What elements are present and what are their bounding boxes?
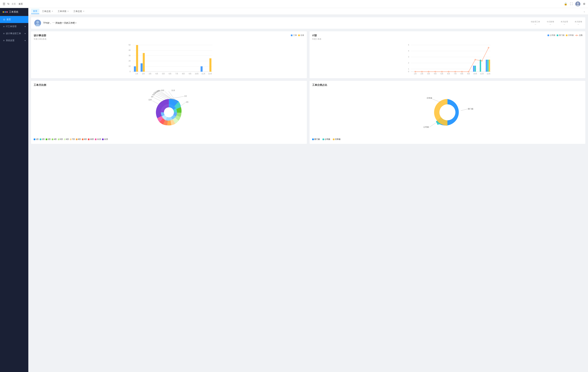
svg-point-72	[441, 71, 442, 72]
svg-text:2月: 2月	[186, 101, 189, 103]
stat-today-value: --	[547, 23, 554, 25]
svg-text:10月: 10月	[195, 73, 199, 75]
svg-text:50: 50	[128, 44, 130, 46]
svg-point-70	[428, 71, 429, 72]
tab-home[interactable]: 首页	[31, 9, 39, 14]
it-chart-header-left: IT部 年度工单表	[312, 34, 321, 42]
design-legend-work: 工单	[291, 34, 297, 36]
svg-text:0: 0	[408, 71, 409, 73]
svg-rect-30	[134, 66, 136, 72]
svg-point-37	[576, 35, 577, 36]
tab-close-2[interactable]: ✕	[67, 10, 69, 12]
svg-line-107	[432, 99, 441, 102]
svg-rect-35	[210, 58, 211, 72]
it-legend-dept-dot	[557, 34, 558, 36]
svg-point-4	[36, 21, 39, 23]
tab-work-order-overview-1[interactable]: 工单总览 ✕	[40, 9, 55, 14]
svg-text:3月: 3月	[149, 73, 151, 75]
stat-month-new-label: 本月新增	[575, 21, 582, 23]
svg-text:11月: 11月	[201, 73, 205, 75]
svg-rect-31	[136, 45, 138, 72]
svg-point-69	[421, 71, 422, 72]
design-legend-aug: 8月	[76, 138, 81, 140]
svg-rect-63	[475, 66, 476, 72]
svg-rect-66	[487, 60, 489, 72]
svg-text:10月: 10月	[473, 73, 477, 75]
svg-text:0: 0	[129, 71, 130, 73]
svg-point-74	[455, 71, 456, 72]
it-legend-dept-text: 部门级	[314, 138, 320, 140]
svg-text:5月: 5月	[162, 73, 165, 75]
svg-rect-33	[143, 53, 145, 72]
svg-text:7月: 7月	[175, 73, 178, 75]
design-chart-header-left: 设计事业部 年度工单任务表	[34, 34, 46, 42]
design-legend-task-dot	[298, 34, 300, 36]
it-legend-company-dot	[323, 138, 324, 140]
design-donut-legend: 1月 2月 3月 4月 5月 6月 7月 8月 9月 10月 11月 12月	[34, 137, 304, 141]
breadcrumb-home[interactable]: 主页	[11, 2, 16, 6]
welcome-avatar	[34, 20, 41, 26]
it-legend-company-text: 公司级	[325, 138, 330, 140]
refresh-icon[interactable]: ↻	[7, 2, 10, 6]
sidebar-item-design-work[interactable]: ≡ 设计事业部工单 ▾	[0, 30, 28, 37]
svg-text:10月: 10月	[161, 89, 164, 91]
svg-text:部门级: 部门级	[468, 108, 473, 110]
svg-text:9月: 9月	[467, 73, 470, 75]
design-legend-mar: 3月	[46, 138, 51, 140]
svg-text:2: 2	[408, 62, 409, 64]
sidebar-item-home-label: 首页	[7, 18, 26, 21]
svg-rect-64	[480, 60, 481, 72]
tab-bar: 首页 工单总览 ✕ 工单详情 ✕ 工单总览 ✕ ⌄	[28, 8, 588, 15]
dashboard: 下午好， *** 开始您一天的工作吧！ 待处理工单 -- 今日新增 -- 本月处…	[28, 15, 588, 372]
svg-line-109	[461, 109, 468, 111]
stat-month-new-value: --	[575, 23, 582, 25]
app-title: 工单系统	[9, 11, 18, 13]
breadcrumb-sep: /	[17, 3, 18, 5]
stat-today: 今日新增 --	[547, 21, 554, 25]
design-donut-chart-card: 工单月比例	[31, 81, 307, 144]
design-legend-jun: 6月	[64, 138, 69, 140]
greeting: 下午好，	[43, 22, 52, 24]
logo-dot-yellow	[3, 11, 4, 13]
it-legend-dept: 部门级	[557, 34, 565, 36]
main-layout: 工单系统 ⊙ 首页 ≡ IT工单管理 ▾ ≡ 设计事业部工单 ▾ ≡ 系统设置 …	[0, 8, 588, 372]
tab-dropdown-icon[interactable]: ⌄	[583, 10, 585, 13]
svg-text:3月: 3月	[151, 96, 154, 98]
svg-text:8月: 8月	[461, 73, 463, 75]
svg-point-71	[435, 71, 436, 72]
svg-point-81	[164, 107, 174, 117]
design-chart-legend: 工单 任务	[291, 34, 304, 36]
sidebar-item-home[interactable]: ⊙ 首页	[0, 16, 28, 23]
sidebar-item-it-work[interactable]: ≡ IT工单管理 ▾	[0, 23, 28, 30]
svg-text:6月: 6月	[169, 73, 171, 75]
stat-month-handled-value: --	[561, 23, 568, 25]
tab-work-order-overview-2[interactable]: 工单总览 ✕	[71, 9, 86, 14]
svg-point-75	[462, 71, 462, 72]
list-icon-2: ≡	[3, 32, 4, 35]
stat-pending-value: --	[531, 23, 540, 25]
fullscreen-icon[interactable]: ⛶	[570, 2, 573, 6]
svg-rect-32	[141, 63, 143, 72]
tab-work-order-detail[interactable]: 工单详情 ✕	[56, 9, 71, 14]
sidebar: 工单系统 ⊙ 首页 ≡ IT工单管理 ▾ ≡ 设计事业部工单 ▾ ≡ 系统设置 …	[0, 8, 28, 372]
design-legend-oct: 10月	[88, 138, 94, 140]
design-legend-work-label: 工单	[293, 34, 297, 36]
menu-icon[interactable]: ☰	[3, 2, 5, 6]
lock-icon[interactable]: 🔒	[564, 2, 567, 6]
it-chart-svg: 5 4 3 2 1 0 1月 2月 3月 4月 5月 6月	[312, 42, 583, 75]
svg-text:3月: 3月	[427, 73, 430, 75]
stat-month-handled: 本月处理 --	[561, 21, 568, 25]
user-avatar[interactable]	[575, 1, 580, 7]
settings-icon[interactable]: ⚙	[583, 2, 585, 6]
svg-line-92	[159, 93, 171, 99]
svg-point-1	[577, 2, 579, 4]
tab-close-3[interactable]: ✕	[83, 10, 84, 12]
logo-icons	[3, 11, 8, 13]
it-legend-company-item: 公司级	[323, 138, 330, 140]
svg-text:5: 5	[408, 44, 409, 46]
tab-close-1[interactable]: ✕	[52, 10, 53, 12]
sidebar-item-settings[interactable]: ≡ 系统设置 ▾	[0, 37, 28, 44]
stat-pending: 待处理工单 --	[531, 21, 540, 25]
svg-text:9月: 9月	[158, 90, 161, 92]
design-legend-feb: 2月	[40, 138, 45, 140]
